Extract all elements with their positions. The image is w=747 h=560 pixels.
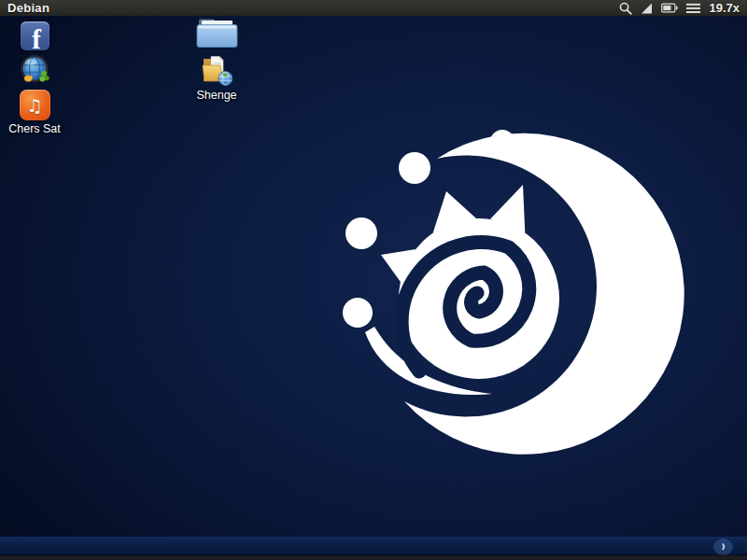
desktop-icon-label: Chers Sat [8,123,61,135]
music-note-icon: ♫ [20,90,50,120]
top-panel: Debian 19.7x [0,0,747,16]
desktop-icon-music[interactable]: ♫ Chers Sat [0,90,69,135]
menu-icon[interactable] [686,3,700,14]
clock-indicator: 19.7x [709,1,740,15]
desktop-icon-shenge[interactable]: Shenge [182,53,251,102]
taskbar-expand-button[interactable]: › [713,539,733,555]
folder-icon [196,19,238,48]
status-tray: 19.7x [619,1,740,15]
search-icon[interactable] [619,2,632,15]
desktop-icon-folder[interactable] [182,19,251,48]
shared-folder-icon [199,53,234,87]
desktop-icon-label: Shenge [196,90,236,102]
taskbar: › [0,537,747,560]
desktop[interactable]: f ♫ Chers Sat [0,16,747,537]
facebook-icon: f [21,21,49,50]
chevron-right-icon: › [722,539,726,553]
debian-swirl-logo [331,112,696,476]
desktop-icon-internet[interactable] [0,53,69,88]
desktop-icon-facebook[interactable]: f [0,21,69,50]
signal-icon [641,3,653,14]
globe-icon [18,53,52,88]
battery-icon [661,3,678,13]
applications-menu-button[interactable]: Debian [7,1,49,15]
